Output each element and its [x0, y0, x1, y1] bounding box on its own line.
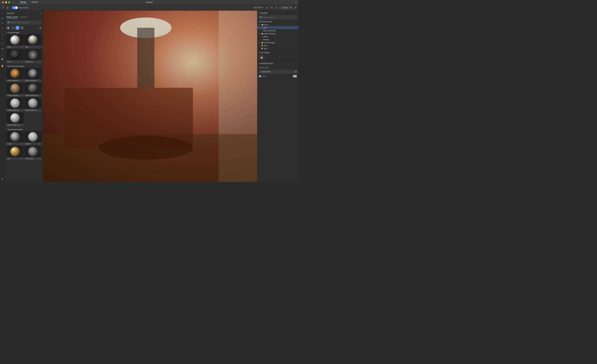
threepoint-sphere: [28, 147, 38, 156]
grid-color[interactable]: [293, 75, 297, 77]
asset-square-light[interactable]: Square ⚙: [24, 131, 42, 145]
sun-settings-icon[interactable]: ⚙: [21, 158, 23, 159]
share-icon[interactable]: ↑: [292, 1, 293, 4]
light-icon-spot: 💡: [261, 48, 263, 50]
scale-tool[interactable]: ⤢: [1, 26, 4, 30]
properties-section-header[interactable]: ▾ PROPERTIES: [257, 61, 298, 66]
asset-interior-haussm[interactable]: Interior haussm... ✦: [6, 83, 24, 97]
actions-section-header[interactable]: ▾ ACTIONS: [257, 50, 298, 55]
titlebar: ⌂ Design Render Untitled* ↑ ?: [0, 0, 298, 5]
tree-item-room[interactable]: ▶ 📁 room: [257, 23, 298, 26]
zoom-control[interactable]: 124.17% ▾: [253, 7, 263, 9]
tab-design[interactable]: Design: [17, 0, 29, 4]
filter-lights[interactable]: ◎: [11, 26, 15, 30]
add-asset-button[interactable]: +: [40, 12, 41, 15]
undo-button[interactable]: ↺: [1, 6, 5, 10]
download-tool[interactable]: ↓: [1, 53, 4, 57]
hand-tool[interactable]: ✋: [1, 64, 4, 68]
filter-images[interactable]: 🖼: [20, 26, 24, 30]
view-mode-button-2[interactable]: ⊕: [270, 6, 274, 10]
material-tool[interactable]: ◈: [1, 46, 4, 50]
asset-circle-light[interactable]: Circle ⚙: [6, 131, 24, 145]
threepoint-settings-icon[interactable]: ⚙: [39, 158, 41, 159]
tab-libraries[interactable]: Libraries: [20, 16, 27, 19]
tree-item-spot[interactable]: 💡 Spot: [257, 47, 298, 50]
asset-point-light[interactable]: Point ⚙: [6, 49, 24, 63]
square-settings-icon[interactable]: ⚙: [39, 143, 41, 145]
asset-area-light[interactable]: Area ⚙: [6, 34, 24, 48]
section-environment-stages[interactable]: ▾ Environment stages: [5, 64, 43, 68]
asset-studio-black[interactable]: Studio black soft... ✦: [24, 83, 42, 97]
help-icon[interactable]: ?: [295, 1, 297, 4]
layers-tool[interactable]: ⊟: [1, 177, 4, 181]
directional-settings-icon[interactable]: ⚙: [39, 61, 41, 63]
grid-checkbox[interactable]: [259, 75, 261, 77]
tree-item-pillow[interactable]: ⬡ pillow: [257, 35, 298, 38]
interior-atelier-label: Interior atelier s...: [7, 80, 20, 82]
asset-directional-light[interactable]: Directional ⚙: [24, 49, 42, 63]
asset-studio-white-ha[interactable]: Studio white ha... ✦: [6, 98, 24, 112]
point-settings-icon[interactable]: ⚙: [21, 61, 23, 63]
ray-tracing-toggle[interactable]: [12, 6, 18, 9]
tree-label-environment: Environment: [262, 21, 297, 23]
tree-item-set-dressings[interactable]: ▶ 📁 set dressings: [257, 41, 298, 44]
area-settings-icon[interactable]: ⚙: [21, 46, 23, 48]
environment-stages-grid: Interior atelier s... ✦ Interior brutali…: [5, 68, 43, 127]
scene-units-select[interactable]: Centimeters Meters Inches: [259, 70, 297, 74]
camera-select[interactable]: Camera: [280, 6, 292, 9]
filter-env[interactable]: ✦: [16, 26, 19, 30]
viewport[interactable]: [43, 11, 257, 182]
asset-sun-light[interactable]: Sun ⚙: [6, 146, 24, 160]
home-icon[interactable]: ⌂: [13, 1, 15, 4]
tree-item-table-generator[interactable]: ⬡ table_generator: [257, 29, 298, 32]
search-tool[interactable]: 🔍: [1, 58, 4, 61]
env6-badge: ✦: [39, 109, 41, 111]
section-physical-lights[interactable]: ▾ Physical lights: [5, 30, 43, 34]
search-input[interactable]: [6, 21, 41, 24]
asset-spot-light[interactable]: Spot: [24, 34, 42, 48]
studio-black-label-row: Studio black soft... ✦: [24, 94, 42, 97]
camera-add-button[interactable]: ⊕: [294, 6, 297, 10]
asset-interior-atelier[interactable]: Interior atelier s... ✦: [6, 68, 24, 82]
tree-item-table-dressing[interactable]: ▶ 📁 table dressing: [257, 32, 298, 35]
view-mode-button-1[interactable]: ⊙: [266, 6, 269, 10]
cube-tool[interactable]: ⬡: [1, 32, 4, 36]
tree-item-blanket[interactable]: ⬡ blanket: [257, 38, 298, 41]
search-icon: 🔍: [8, 22, 10, 24]
minimize-button[interactable]: [5, 1, 7, 3]
redo-button[interactable]: ⊞: [6, 6, 9, 10]
asset-threepoint-light[interactable]: Three point ⚙: [24, 146, 42, 160]
asset-interior-brutalist[interactable]: Interior brutalist... ✦: [24, 68, 42, 82]
tree-item-area[interactable]: 💡 Area: [257, 44, 298, 47]
tab-starter-assets[interactable]: Starter assets: [7, 16, 18, 19]
circle-settings-icon[interactable]: ⚙: [21, 143, 23, 145]
scene-search-input[interactable]: [259, 15, 297, 19]
asset-studio-white-so[interactable]: Studio white so... ✦: [24, 98, 42, 112]
tab-render[interactable]: Render: [29, 0, 41, 4]
directional-light-thumb: [24, 49, 42, 61]
tree-item-sofa[interactable]: ⬡ sofa: [257, 26, 298, 29]
section-environment-lights[interactable]: ▾ Environment lights: [5, 127, 43, 131]
env4-badge: ✦: [39, 94, 41, 96]
maximize-button[interactable]: [8, 1, 10, 3]
scene-search: 🔍: [259, 15, 297, 19]
paint-tool[interactable]: ✏: [1, 42, 4, 46]
asset-studio-white-um[interactable]: Studio white um _ ✦: [6, 112, 24, 126]
tree-label-table-generator: table_generator: [263, 30, 297, 32]
grid-view-button[interactable]: ⊞: [39, 26, 41, 29]
rotate-tool[interactable]: ↻: [1, 21, 4, 25]
move-tool[interactable]: ✥: [1, 17, 4, 20]
env2-sphere: [28, 69, 38, 78]
interior-brutalist-thumb: [24, 68, 42, 79]
filter-all[interactable]: ⬤: [6, 26, 10, 30]
view-mode-button-3[interactable]: ↻: [275, 6, 278, 10]
close-button[interactable]: [2, 1, 4, 3]
assets-scroll[interactable]: ▾ Physical lights Area ⚙: [5, 30, 43, 182]
tree-item-environment[interactable]: 🌐 Environment: [257, 20, 298, 23]
toolbar: ↺ ⊞ Ray tracing 124.17% ▾ ⊙ ⊕ ↻ Camera ⊕: [0, 5, 298, 11]
select-tool[interactable]: ↖: [1, 12, 4, 16]
new-folder-button[interactable]: 📁: [259, 56, 264, 60]
add-tool[interactable]: +: [1, 37, 4, 41]
main-layout: ↖ ✥ ↻ ⤢ ⬡ + ✏ ◈ ↓ 🔍 ✋ ⊟ ASSETS + Starter…: [0, 11, 298, 182]
scene-section-header[interactable]: ▾ SCENE: [257, 11, 298, 15]
